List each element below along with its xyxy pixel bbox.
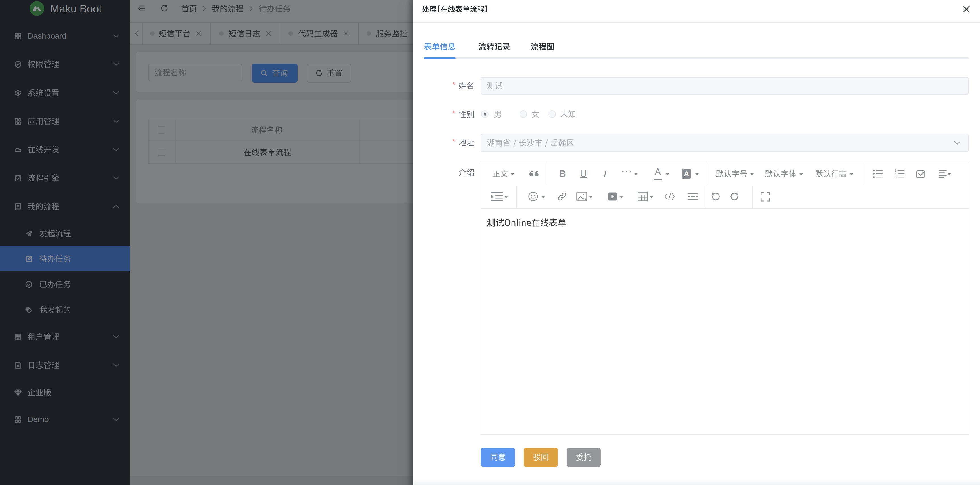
svg-text:A: A bbox=[684, 170, 689, 178]
svg-text:1: 1 bbox=[894, 169, 896, 172]
svg-text:2: 2 bbox=[894, 172, 896, 175]
svg-text:3: 3 bbox=[894, 175, 896, 179]
